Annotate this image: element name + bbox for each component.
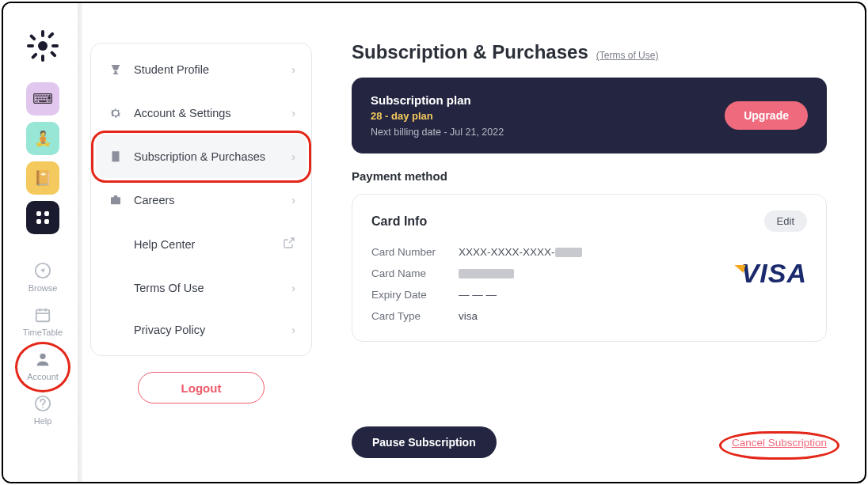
menu-item-account-settings[interactable]: Account & Settings › <box>96 91 306 135</box>
payment-method-heading: Payment method <box>352 169 827 183</box>
question-icon <box>33 394 52 413</box>
menu-item-privacy[interactable]: Privacy Policy › <box>96 309 306 350</box>
menu-item-careers[interactable]: Careers › <box>96 178 306 222</box>
settings-menu: Student Profile › Account & Settings › S… <box>90 43 312 356</box>
chevron-right-icon: › <box>291 282 295 294</box>
subscription-plan-card: Subscription plan 28 - day plan Next bil… <box>352 78 827 153</box>
page-title: Subscription & Purchases <box>352 41 588 63</box>
chevron-right-icon: › <box>291 150 295 163</box>
external-link-icon <box>283 237 295 252</box>
svg-rect-7 <box>48 32 55 39</box>
nav-account[interactable]: Account <box>27 350 59 381</box>
svg-point-0 <box>38 41 48 51</box>
nav-account-label: Account <box>27 372 59 381</box>
card-number-label: Card Number <box>371 246 459 258</box>
menu-item-label: Help Center <box>134 238 273 251</box>
chevron-right-icon: › <box>291 107 295 119</box>
cancel-subscription-link[interactable]: Cancel Subscription <box>732 437 827 449</box>
menu-item-label: Account & Settings <box>134 107 282 119</box>
card-expiry-value: — — — <box>459 289 625 301</box>
nav-browse-label: Browse <box>29 283 58 293</box>
nav-timetable-label: TimeTable <box>23 328 63 337</box>
svg-rect-1 <box>41 30 44 37</box>
nav-help-label: Help <box>34 416 52 426</box>
card-type-value: visa <box>459 310 625 322</box>
svg-point-11 <box>40 354 45 359</box>
app-tile-2[interactable]: 🧘 <box>26 122 59 155</box>
gear-icon <box>107 106 124 120</box>
svg-rect-3 <box>27 44 34 47</box>
menu-item-student-profile[interactable]: Student Profile › <box>96 48 306 91</box>
card-name-value <box>459 267 625 279</box>
menu-item-label: Student Profile <box>134 63 282 76</box>
svg-rect-6 <box>50 51 57 58</box>
pause-subscription-button[interactable]: Pause Subscription <box>352 426 497 458</box>
card-info-box: Card Info Edit Card Number XXXX-XXXX-XXX… <box>352 194 827 342</box>
terms-of-use-link[interactable]: (Terms of Use) <box>596 50 659 61</box>
plan-duration: 28 - day plan <box>371 110 504 122</box>
app-tile-1[interactable]: ⌨ <box>26 82 59 116</box>
plan-next-billing: Next billing date - Jul 21, 2022 <box>371 127 504 138</box>
settings-menu-wrap: Student Profile › Account & Settings › S… <box>82 3 320 482</box>
logout-button[interactable]: Logout <box>138 372 265 404</box>
rail-divider <box>78 3 82 482</box>
edit-card-button[interactable]: Edit <box>764 210 807 232</box>
visa-logo: VISA <box>733 258 807 289</box>
app-tile-3[interactable]: 📔 <box>26 161 59 195</box>
left-rail: ⌨ 🧘 📔 Browse TimeTable <box>3 3 82 482</box>
menu-item-label: Privacy Policy <box>134 324 282 336</box>
card-expiry-label: Expiry Date <box>371 289 459 301</box>
person-icon <box>33 350 52 369</box>
upgrade-button[interactable]: Upgrade <box>725 101 808 130</box>
card-name-label: Card Name <box>371 267 459 279</box>
compass-icon <box>33 261 52 280</box>
svg-point-13 <box>42 407 44 408</box>
plan-heading: Subscription plan <box>371 93 504 107</box>
briefcase-icon <box>107 193 124 207</box>
card-number-value: XXXX-XXXX-XXXX- <box>459 246 625 258</box>
menu-item-subscription[interactable]: Subscription & Purchases › <box>96 135 306 178</box>
svg-rect-10 <box>36 310 50 322</box>
calendar-icon <box>33 305 52 324</box>
svg-rect-2 <box>41 55 44 62</box>
chevron-right-icon: › <box>291 324 295 336</box>
menu-item-terms[interactable]: Terms Of Use › <box>96 267 306 309</box>
app-tile-more[interactable] <box>26 201 59 234</box>
menu-item-label: Subscription & Purchases <box>134 150 282 163</box>
main-content: Subscription & Purchases (Terms of Use) … <box>320 3 865 482</box>
chevron-right-icon: › <box>291 194 295 207</box>
nav-help[interactable]: Help <box>33 394 52 426</box>
app-logo <box>27 30 59 62</box>
menu-item-label: Terms Of Use <box>134 282 282 294</box>
menu-item-help-center[interactable]: Help Center <box>96 222 306 267</box>
svg-rect-5 <box>29 34 36 41</box>
receipt-icon <box>107 150 124 164</box>
nav-browse[interactable]: Browse <box>29 261 58 293</box>
card-type-label: Card Type <box>371 310 459 322</box>
trophy-icon <box>107 63 124 77</box>
chevron-right-icon: › <box>291 63 295 76</box>
menu-item-label: Careers <box>134 194 282 207</box>
card-info-heading: Card Info <box>371 214 427 229</box>
svg-rect-8 <box>31 52 38 59</box>
svg-rect-4 <box>51 44 59 47</box>
nav-timetable[interactable]: TimeTable <box>23 305 63 337</box>
